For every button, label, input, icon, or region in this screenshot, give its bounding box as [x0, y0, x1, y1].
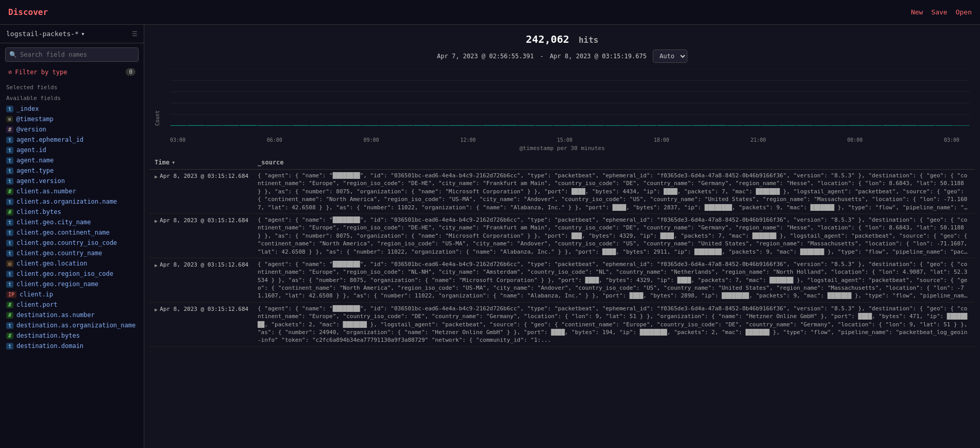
field-name-label: agent.ephemeral_id	[16, 136, 83, 143]
field-name-label: client.as.number	[16, 188, 76, 195]
field-list: t_index⊞@timestamp#@versiontagent.epheme…	[0, 104, 144, 351]
field-type-badge: #	[6, 302, 13, 308]
save-button[interactable]: Save	[931, 8, 947, 16]
x-axis-tick: 21:00	[750, 137, 766, 143]
field-type-badge: t	[6, 106, 13, 112]
field-item-client-geo-region_name[interactable]: tclient.geo.region_name	[0, 279, 144, 289]
index-name: logstail-packets-*	[6, 30, 79, 38]
row-timestamp: Apr 8, 2023 @ 03:15:12.684	[160, 217, 248, 224]
field-item-agent-ephemeral_id[interactable]: tagent.ephemeral_id	[0, 135, 144, 145]
field-type-badge: t	[6, 198, 13, 205]
svg-rect-18	[275, 125, 292, 126]
field-type-badge: #	[6, 209, 13, 215]
filter-by-type-button[interactable]: ⊘ Filter by type 0	[5, 66, 139, 78]
results-table[interactable]: Time ▾ _source ▶Apr 8, 2023 @ 03:15:12.6…	[144, 156, 980, 448]
svg-rect-13	[188, 125, 205, 126]
y-axis-label: Count	[155, 69, 160, 126]
date-range-start: Apr 7, 2023 @ 02:56:55.391	[437, 53, 534, 60]
field-item-client-geo-city_name[interactable]: tclient.geo.city_name	[0, 217, 144, 227]
field-type-badge: t	[6, 322, 13, 329]
row-timestamp: Apr 8, 2023 @ 03:15:12.684	[160, 306, 248, 312]
field-name-label: @version	[16, 126, 46, 133]
interval-select[interactable]: Auto	[653, 49, 687, 63]
expand-row-button[interactable]: ▶	[155, 262, 158, 268]
svg-rect-37	[605, 125, 622, 126]
x-axis-tick: 03:00	[944, 137, 959, 143]
sort-icon[interactable]: ▾	[172, 159, 175, 166]
index-selector[interactable]: logstail-packets-* ▾	[6, 30, 85, 38]
field-type-badge: IP	[6, 291, 16, 298]
field-item-agent-id[interactable]: tagent.id	[0, 145, 144, 155]
field-name-label: @timestamp	[16, 115, 53, 123]
field-item-client-as-organization-name[interactable]: tclient.as.organization.name	[0, 196, 144, 207]
date-range-bar: Apr 7, 2023 @ 02:56:55.391 - Apr 8, 2023…	[155, 49, 970, 63]
table-row: ▶Apr 8, 2023 @ 03:15:12.684{ "agent": { …	[149, 170, 975, 214]
svg-rect-36	[587, 125, 604, 126]
row-time-cell: ▶Apr 8, 2023 @ 03:15:12.684	[155, 172, 258, 211]
open-button[interactable]: Open	[956, 8, 972, 16]
field-item-destination-domain[interactable]: tdestination.domain	[0, 341, 144, 351]
app-title: Discover	[8, 7, 911, 17]
field-item-_index[interactable]: t_index	[0, 104, 144, 114]
search-input[interactable]	[5, 47, 139, 62]
svg-rect-42	[692, 125, 709, 126]
x-axis-tick: 06:00	[267, 137, 282, 143]
field-item-client-port[interactable]: #client.port	[0, 300, 144, 310]
field-type-badge: t	[6, 157, 13, 164]
field-item-destination-as-organization_name[interactable]: tdestination.as.organization_name	[0, 320, 144, 330]
field-item-agent-version[interactable]: tagent.version	[0, 176, 144, 186]
hits-number: 242,062	[526, 33, 569, 45]
expand-row-button[interactable]: ▶	[155, 174, 158, 179]
date-range-separator: -	[540, 53, 544, 60]
svg-rect-45	[744, 125, 761, 126]
field-item-@version[interactable]: #@version	[0, 124, 144, 135]
row-source: { "agent": { "name": "████████", "id": "…	[258, 216, 970, 256]
field-item-client-bytes[interactable]: #client.bytes	[0, 207, 144, 217]
svg-rect-47	[779, 125, 796, 126]
field-name-label: client.geo.region_name	[16, 280, 98, 288]
expand-row-button[interactable]: ▶	[155, 307, 158, 312]
field-item-agent-name[interactable]: tagent.name	[0, 155, 144, 165]
row-timestamp: Apr 8, 2023 @ 03:15:12.684	[160, 173, 248, 179]
table-rows: ▶Apr 8, 2023 @ 03:15:12.684{ "agent": { …	[149, 170, 975, 347]
svg-rect-35	[570, 125, 587, 126]
field-item-client-geo-continent_name[interactable]: tclient.geo.continent_name	[0, 227, 144, 238]
field-item-client-geo-region_iso_code[interactable]: tclient.geo.region_iso_code	[0, 269, 144, 279]
main-layout: logstail-packets-* ▾ ☰ 🔍 ⊘ Filter by typ…	[0, 25, 980, 448]
svg-rect-33	[535, 125, 552, 126]
row-time-cell: ▶Apr 8, 2023 @ 03:15:12.684	[155, 216, 258, 256]
field-name-label: destination.bytes	[16, 332, 80, 339]
x-axis-tick: 12:00	[460, 137, 476, 143]
new-button[interactable]: New	[911, 8, 923, 16]
svg-rect-26	[414, 125, 431, 126]
field-item-client-geo-country_name[interactable]: tclient.geo.country_name	[0, 248, 144, 258]
svg-rect-34	[553, 125, 570, 126]
field-type-badge: t	[6, 229, 13, 236]
topbar-actions: New Save Open	[911, 8, 972, 16]
field-type-badge: t	[6, 219, 13, 226]
row-time-cell: ▶Apr 8, 2023 @ 03:15:12.684	[155, 305, 258, 344]
table-row: ▶Apr 8, 2023 @ 03:15:12.684{ "agent": { …	[149, 258, 975, 303]
expand-row-button[interactable]: ▶	[155, 218, 158, 224]
field-item-client-geo-country_iso_code[interactable]: tclient.geo.country_iso_code	[0, 238, 144, 248]
field-name-label: agent.name	[16, 157, 54, 164]
svg-rect-16	[240, 125, 257, 126]
field-item-client-as-number[interactable]: #client.as.number	[0, 186, 144, 196]
field-item-destination-bytes[interactable]: #destination.bytes	[0, 330, 144, 341]
field-name-label: _index	[16, 105, 39, 112]
sidebar-menu-icon[interactable]: ☰	[132, 30, 138, 38]
field-item-destination-as-number[interactable]: #destination.as.number	[0, 310, 144, 320]
svg-rect-46	[762, 125, 779, 126]
svg-rect-53	[883, 125, 900, 126]
field-item-client-geo-location[interactable]: ◎client.geo.location	[0, 258, 144, 269]
filter-icon: ⊘	[8, 69, 12, 76]
field-item-client-ip[interactable]: IPclient.ip	[0, 289, 144, 300]
svg-rect-23	[362, 125, 379, 126]
svg-rect-20	[309, 125, 326, 126]
x-axis-labels: 03:0006:0009:0012:0015:0018:0021:0000:00…	[155, 136, 970, 143]
field-item-@timestamp[interactable]: ⊞@timestamp	[0, 114, 144, 124]
time-column-header: Time ▾	[155, 159, 258, 166]
field-item-agent-type[interactable]: tagent.type	[0, 165, 144, 176]
chevron-down-icon: ▾	[81, 30, 85, 38]
table-row: ▶Apr 8, 2023 @ 03:15:12.684{ "agent": { …	[149, 214, 975, 258]
